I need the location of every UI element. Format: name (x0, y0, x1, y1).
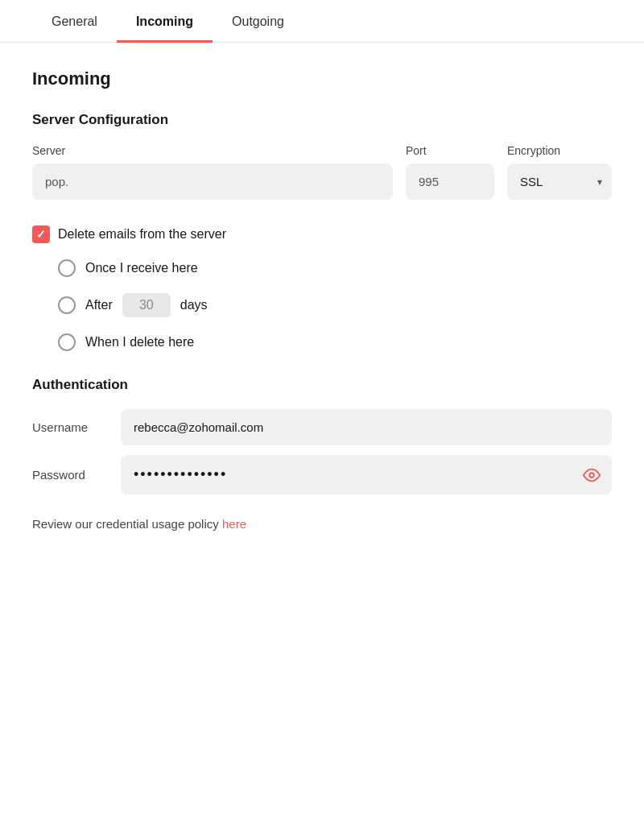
server-input[interactable] (32, 163, 393, 200)
username-input[interactable] (121, 409, 612, 445)
delete-checkbox-row: ✓ Delete emails from the server (32, 225, 612, 243)
port-label: Port (406, 144, 494, 157)
radio-when[interactable] (58, 333, 76, 351)
server-config-title: Server Configuration (32, 112, 612, 128)
delete-options-list: Once I receive here After days When I de… (32, 259, 612, 351)
radio-after-label-after: days (180, 298, 208, 312)
delete-emails-section: ✓ Delete emails from the server Once I r… (32, 225, 612, 351)
radio-once[interactable] (58, 259, 76, 277)
encryption-select-wrapper: SSL TLS None ▾ (507, 163, 612, 200)
days-input[interactable] (122, 293, 171, 317)
delete-option-when: When I delete here (58, 333, 612, 351)
username-input-wrapper (121, 409, 612, 445)
tab-general[interactable]: General (32, 0, 117, 43)
password-label: Password (32, 468, 105, 482)
server-config-section: Server Configuration Server Port Encrypt… (32, 112, 612, 200)
delete-option-after: After days (58, 293, 612, 317)
page-title: Incoming (32, 68, 612, 89)
delete-option-once: Once I receive here (58, 259, 612, 277)
policy-link[interactable]: here (222, 517, 246, 531)
delete-emails-label: Delete emails from the server (58, 227, 226, 242)
policy-text-content: Review our credential usage policy (32, 517, 219, 531)
main-content: Incoming Server Configuration Server Por… (0, 43, 644, 556)
server-fields-row: Server Port Encryption SSL TLS None ▾ (32, 144, 612, 200)
radio-when-label: When I delete here (85, 335, 194, 350)
server-field-group: Server (32, 144, 393, 200)
radio-after[interactable] (58, 296, 76, 314)
encryption-select[interactable]: SSL TLS None (507, 163, 612, 200)
radio-once-label: Once I receive here (85, 261, 198, 275)
tab-outgoing[interactable]: Outgoing (213, 0, 303, 43)
tab-incoming[interactable]: Incoming (117, 0, 213, 43)
tabs-nav: General Incoming Outgoing (0, 0, 644, 43)
svg-point-0 (589, 473, 594, 478)
eye-icon (583, 466, 601, 484)
port-input[interactable] (406, 163, 494, 200)
username-label: Username (32, 420, 105, 434)
encryption-field-group: Encryption SSL TLS None ▾ (507, 144, 612, 200)
delete-emails-checkbox[interactable]: ✓ (32, 225, 50, 243)
password-row: Password (32, 455, 612, 494)
server-label: Server (32, 144, 393, 157)
password-input-wrapper (121, 455, 612, 494)
authentication-section: Authentication Username Password (32, 377, 612, 494)
authentication-title: Authentication (32, 377, 612, 393)
toggle-password-button[interactable] (583, 466, 601, 484)
checkmark-icon: ✓ (36, 228, 46, 241)
username-row: Username (32, 409, 612, 445)
radio-after-label-before: After (85, 298, 113, 312)
encryption-label: Encryption (507, 144, 612, 157)
password-input[interactable] (121, 455, 612, 494)
port-field-group: Port (406, 144, 494, 200)
policy-section: Review our credential usage policy here (32, 517, 612, 531)
